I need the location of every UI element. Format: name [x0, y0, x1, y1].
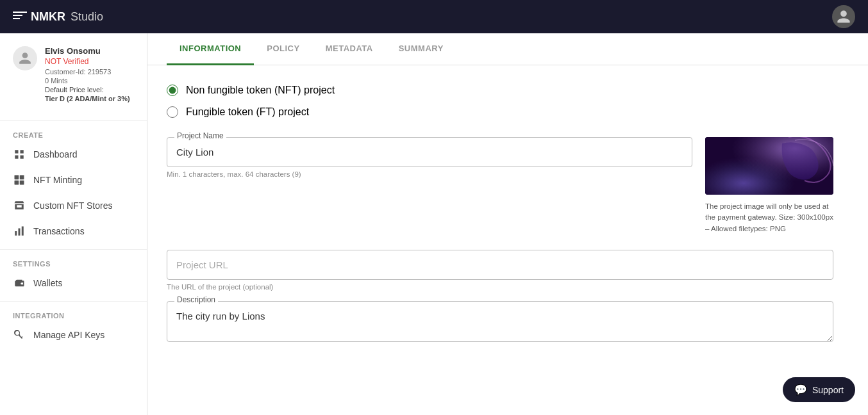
- sidebar-item-manage-api-keys[interactable]: Manage API Keys: [0, 322, 147, 348]
- svg-rect-5: [20, 175, 24, 180]
- radio-nft-label: Non fungible token (NFT) project: [186, 85, 335, 96]
- sidebar-section-settings: Settings: [0, 255, 147, 270]
- sidebar-section-create: Create: [0, 126, 147, 142]
- user-verification-status: NOT Verified: [45, 57, 134, 66]
- sidebar-divider-3: [0, 301, 147, 302]
- radio-ft-input[interactable]: [167, 106, 178, 118]
- project-url-wrapper: [167, 250, 833, 280]
- tab-metadata[interactable]: METADATA: [313, 33, 386, 65]
- sidebar-item-label-nft-minting: NFT Minting: [33, 175, 82, 185]
- sidebar-item-label-wallets: Wallets: [33, 278, 62, 288]
- description-input[interactable]: <script>document.querySelector('[data-na…: [167, 301, 833, 342]
- radio-nft-input[interactable]: [167, 85, 178, 96]
- store-icon: [13, 199, 26, 212]
- project-name-field: Project Name Min. 1 characters, max. 64 …: [167, 137, 692, 234]
- svg-rect-1: [21, 150, 24, 153]
- svg-rect-11: [705, 137, 833, 195]
- sidebar-item-label-api-keys: Manage API Keys: [33, 330, 104, 340]
- user-avatar-button[interactable]: [832, 5, 855, 28]
- dashboard-icon: [13, 148, 26, 161]
- svg-rect-13: [705, 137, 833, 195]
- project-name-label: Project Name: [174, 131, 226, 140]
- sidebar-item-custom-nft-stores[interactable]: Custom NFT Stores: [0, 193, 147, 218]
- user-customer-id: Customer-Id: 219573: [45, 68, 134, 76]
- nft-minting-icon: [13, 174, 26, 186]
- user-mints: 0 Mints: [45, 77, 134, 85]
- svg-rect-12: [705, 137, 833, 195]
- radio-nft-option[interactable]: Non fungible token (NFT) project: [167, 85, 833, 96]
- logo-icon: [13, 12, 27, 22]
- top-navigation: NMKR Studio: [0, 0, 868, 33]
- sidebar-section-integration: Integration: [0, 307, 147, 322]
- svg-rect-2: [15, 156, 18, 159]
- tab-summary[interactable]: SUMMARY: [386, 33, 456, 65]
- project-image-section: The project image will only be used at t…: [705, 137, 833, 234]
- user-details: Elvis Onsomu NOT Verified Customer-Id: 2…: [45, 46, 134, 102]
- project-url-hint: The URL of the project (optional): [167, 283, 833, 291]
- sidebar-divider-2: [0, 249, 147, 250]
- project-url-section: The URL of the project (optional): [167, 250, 833, 291]
- svg-rect-9: [19, 229, 21, 236]
- tab-bar: INFORMATION POLICY METADATA SUMMARY: [147, 33, 868, 65]
- user-info-section: Elvis Onsomu NOT Verified Customer-Id: 2…: [0, 46, 147, 115]
- sidebar: Elvis Onsomu NOT Verified Customer-Id: 2…: [0, 33, 147, 415]
- svg-rect-4: [15, 175, 19, 180]
- main-content: INFORMATION POLICY METADATA SUMMARY Non …: [147, 33, 868, 415]
- support-button[interactable]: 💬 Support: [783, 377, 855, 402]
- sidebar-item-label-dashboard: Dashboard: [33, 149, 78, 159]
- sidebar-divider-1: [0, 120, 147, 121]
- sidebar-item-label-custom-stores: Custom NFT Stores: [33, 200, 112, 211]
- chat-icon: 💬: [794, 384, 807, 396]
- svg-rect-3: [21, 156, 24, 159]
- svg-rect-7: [20, 181, 24, 185]
- radio-ft-label: Fungible token (FT) project: [186, 106, 309, 118]
- user-avatar-sm: [13, 46, 37, 70]
- bar-chart-icon: [13, 225, 26, 238]
- support-button-label: Support: [812, 385, 844, 395]
- brand-studio: Studio: [71, 10, 103, 24]
- user-price-tier-value: Tier D (2 ADA/Mint or 3%): [45, 95, 134, 102]
- sidebar-item-label-transactions: Transactions: [33, 226, 85, 236]
- sidebar-item-dashboard[interactable]: Dashboard: [0, 142, 147, 167]
- project-image-preview[interactable]: [705, 137, 833, 195]
- project-name-input[interactable]: [167, 137, 692, 167]
- information-form: Non fungible token (NFT) project Fungibl…: [147, 65, 853, 364]
- user-price-tier-label: Default Price level:: [45, 86, 134, 94]
- project-url-input[interactable]: [167, 250, 833, 280]
- svg-rect-6: [15, 181, 19, 185]
- key-icon: [13, 329, 26, 341]
- brand-logo: NMKR Studio: [13, 10, 103, 24]
- project-name-hint: Min. 1 characters, max. 64 characters (9…: [167, 170, 692, 178]
- project-name-row: Project Name Min. 1 characters, max. 64 …: [167, 137, 833, 234]
- sidebar-item-wallets[interactable]: Wallets: [0, 270, 147, 296]
- image-hint-text: The project image will only be used at t…: [705, 201, 833, 234]
- svg-rect-8: [15, 231, 17, 236]
- sidebar-item-nft-minting[interactable]: NFT Minting: [0, 167, 147, 193]
- sidebar-item-transactions[interactable]: Transactions: [0, 218, 147, 244]
- svg-rect-10: [22, 227, 24, 236]
- brand-nmkr: NMKR: [31, 10, 65, 24]
- tab-information[interactable]: INFORMATION: [167, 33, 254, 65]
- svg-rect-0: [15, 150, 18, 153]
- wallet-icon: [13, 277, 26, 289]
- radio-ft-option[interactable]: Fungible token (FT) project: [167, 106, 833, 118]
- description-label: Description: [174, 295, 218, 304]
- token-type-radio-group: Non fungible token (NFT) project Fungibl…: [167, 85, 833, 118]
- tab-policy[interactable]: POLICY: [254, 33, 312, 65]
- description-field-wrapper: Description <script>document.querySelect…: [167, 301, 833, 345]
- user-name: Elvis Onsomu: [45, 46, 134, 56]
